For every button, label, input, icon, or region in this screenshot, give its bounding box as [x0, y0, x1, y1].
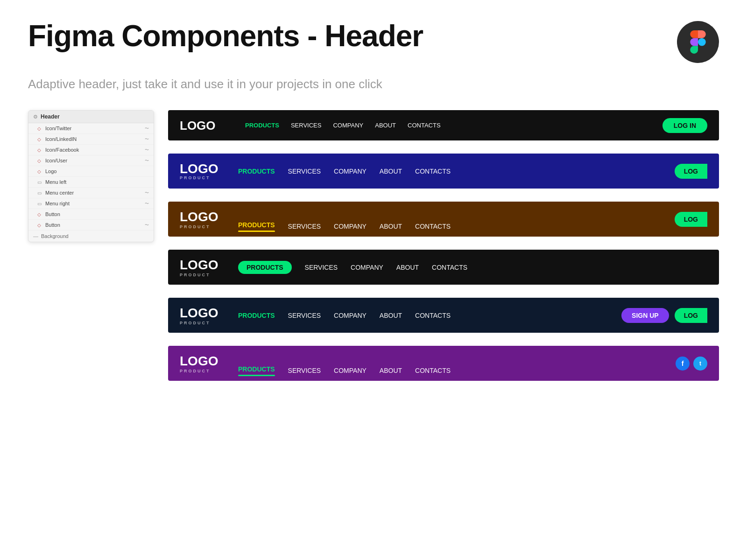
nav-menu: PRODUCTS SERVICES COMPANY ABOUT CONTACTS: [238, 261, 467, 274]
nav-contacts[interactable]: CONTACTS: [415, 223, 451, 232]
logo-block: LOGO PRODUCT: [180, 210, 222, 229]
header-bar-black-simple: LOGO PRODUCTS SERVICES COMPANY ABOUT CON…: [168, 110, 719, 140]
nav-company[interactable]: COMPANY: [334, 367, 366, 376]
layer-label: Logo: [45, 168, 149, 174]
nav-contacts[interactable]: CONTACTS: [415, 312, 451, 319]
logo-sub: PRODUCT: [180, 224, 222, 229]
diamond-icon: ◇: [36, 211, 42, 217]
nav-underline-green: [238, 375, 275, 376]
logo-text: LOGO: [180, 306, 222, 321]
nav-underline: [238, 231, 275, 232]
diamond-icon: ◇: [36, 136, 42, 142]
main-content: ⚙ Header ◇ Icon/Twitter 〜 ◇ Icon/LinkedI…: [0, 110, 747, 381]
nav-about[interactable]: ABOUT: [375, 122, 396, 129]
nav-products[interactable]: PRODUCTS: [238, 365, 275, 375]
nav-menu: PRODUCTS SERVICES COMPANY ABOUT CONTACTS: [245, 122, 454, 129]
layers-panel: ⚙ Header ◇ Icon/Twitter 〜 ◇ Icon/LinkedI…: [28, 110, 154, 242]
nav-about[interactable]: ABOUT: [380, 168, 402, 175]
header-bar-brown: LOGO PRODUCT PRODUCTS SERVICES COMPANY A…: [168, 202, 719, 237]
twitter-icon[interactable]: t: [693, 357, 707, 371]
layer-item-menu-right[interactable]: ▭ Menu right 〜: [28, 198, 154, 209]
nav-contacts[interactable]: CONTACTS: [415, 367, 451, 376]
diamond-icon: ◇: [36, 168, 42, 175]
layer-item-logo[interactable]: ◇ Logo: [28, 166, 154, 177]
nav-services[interactable]: SERVICES: [288, 312, 321, 319]
layer-item-menu-center[interactable]: ▭ Menu center 〜: [28, 188, 154, 198]
layer-item-user[interactable]: ◇ Icon/User 〜: [28, 155, 154, 166]
login-button-cut[interactable]: LOG: [675, 308, 707, 323]
expand-icon: 〜: [145, 158, 149, 164]
nav-services[interactable]: SERVICES: [288, 168, 321, 175]
facebook-icon[interactable]: f: [676, 357, 690, 371]
nav-services[interactable]: SERVICES: [288, 223, 321, 232]
layer-item-background[interactable]: — Background: [28, 231, 154, 242]
square-icon: ▭: [36, 189, 42, 196]
nav-contacts[interactable]: CONTACTS: [415, 168, 451, 175]
nav-company[interactable]: COMPANY: [334, 223, 366, 232]
layer-item-button-1[interactable]: ◇ Button: [28, 209, 154, 220]
nav-products[interactable]: PRODUCTS: [238, 168, 275, 175]
nav-contacts[interactable]: CONTACTS: [432, 264, 467, 271]
layer-label: Icon/LinkedIN: [45, 136, 142, 142]
header-bar-navy: LOGO PRODUCT PRODUCTS SERVICES COMPANY A…: [168, 298, 719, 333]
nav-menu: PRODUCTS SERVICES COMPANY ABOUT CONTACTS: [238, 202, 451, 237]
nav-services[interactable]: SERVICES: [305, 264, 338, 271]
logo-block: LOGO PRODUCT: [180, 162, 222, 180]
logo-sub: PRODUCT: [180, 175, 222, 180]
logo-text: LOGO: [180, 210, 222, 224]
nav-company[interactable]: COMPANY: [334, 168, 366, 175]
page-header: Figma Components - Header: [0, 0, 747, 72]
diamond-icon: ◇: [36, 222, 42, 228]
logo-sub: PRODUCT: [180, 321, 222, 325]
layer-item-button-2[interactable]: ◇ Button 〜: [28, 220, 154, 231]
login-button-cut[interactable]: LOG: [675, 212, 707, 227]
logo-block: LOGO PRODUCT: [180, 258, 222, 277]
nav-contacts[interactable]: CONTACTS: [408, 122, 441, 129]
nav-company[interactable]: COMPANY: [333, 122, 363, 129]
header-bar-black-pill: LOGO PRODUCT PRODUCTS SERVICES COMPANY A…: [168, 250, 719, 285]
layer-item-facebook[interactable]: ◇ Icon/Facebook 〜: [28, 145, 154, 155]
logo-text: LOGO: [180, 354, 222, 369]
expand-icon: 〜: [145, 190, 149, 196]
page-subtitle: Adaptive header, just take it and use it…: [0, 72, 747, 110]
gear-icon: ⚙: [33, 114, 38, 120]
layer-item-twitter[interactable]: ◇ Icon/Twitter 〜: [28, 123, 154, 134]
nav-products[interactable]: PRODUCTS: [238, 312, 275, 319]
layer-label: Menu right: [45, 201, 142, 206]
nav-menu: PRODUCTS SERVICES COMPANY ABOUT CONTACTS: [238, 168, 456, 175]
nav-products[interactable]: PRODUCTS: [245, 122, 279, 129]
layer-item-linkedin[interactable]: ◇ Icon/LinkedIN 〜: [28, 134, 154, 145]
expand-icon: 〜: [145, 222, 149, 228]
signup-button[interactable]: SIGN UP: [621, 308, 669, 323]
layer-label: Icon/User: [45, 158, 142, 163]
nav-services[interactable]: SERVICES: [288, 367, 321, 376]
logo-text: LOGO: [180, 162, 222, 175]
header-bar-purple: LOGO PRODUCT PRODUCTS SERVICES COMPANY A…: [168, 346, 719, 381]
expand-icon: 〜: [145, 126, 149, 132]
expand-icon: 〜: [145, 147, 149, 153]
nav-about[interactable]: ABOUT: [380, 367, 402, 376]
nav-company[interactable]: COMPANY: [351, 264, 383, 271]
logo-block: LOGO PRODUCT: [180, 354, 222, 373]
logo-sub: PRODUCT: [180, 273, 222, 277]
nav-products[interactable]: PRODUCTS: [238, 221, 275, 231]
figma-logo: [677, 21, 719, 63]
diamond-icon: ◇: [36, 125, 42, 132]
layer-label: Menu center: [45, 190, 142, 196]
layer-item-menu-left[interactable]: ▭ Menu left: [28, 177, 154, 188]
page-title: Figma Components - Header: [28, 19, 423, 53]
login-button[interactable]: LOG IN: [662, 118, 707, 133]
logo-text: LOGO: [180, 119, 226, 132]
layer-label: Icon/Twitter: [45, 126, 142, 131]
login-button-cut[interactable]: LOG: [675, 164, 707, 179]
nav-about[interactable]: ABOUT: [396, 264, 419, 271]
nav-about[interactable]: ABOUT: [380, 312, 402, 319]
logo-block: LOGO: [180, 119, 226, 132]
headers-area: LOGO PRODUCTS SERVICES COMPANY ABOUT CON…: [168, 110, 719, 381]
nav-services[interactable]: SERVICES: [291, 122, 322, 129]
minus-icon: —: [33, 233, 38, 239]
nav-products-pill[interactable]: PRODUCTS: [238, 261, 292, 274]
layer-label: Menu left: [45, 179, 149, 185]
nav-about[interactable]: ABOUT: [380, 223, 402, 232]
nav-company[interactable]: COMPANY: [334, 312, 366, 319]
